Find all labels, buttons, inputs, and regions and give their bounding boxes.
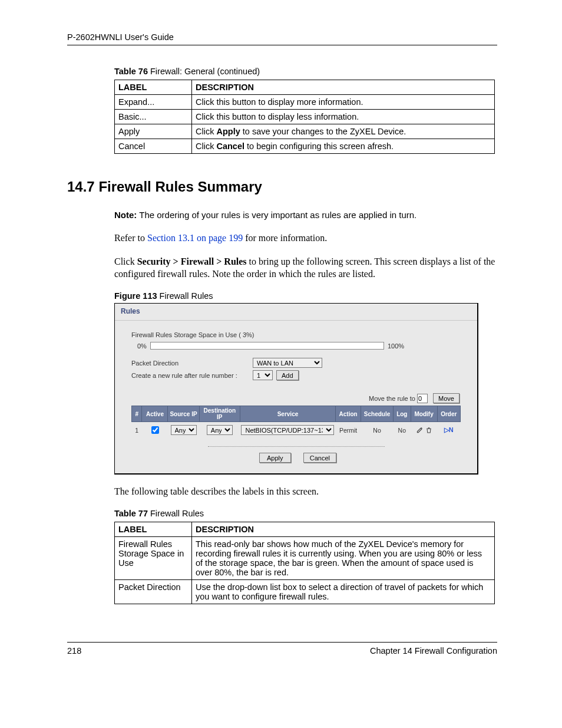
rules-panel-title: Rules: [115, 304, 477, 321]
row1-service-select[interactable]: NetBIOS(TCP/UDP:137~139,445): [241, 425, 334, 435]
page-number: 218: [67, 646, 81, 655]
row1-active-checkbox[interactable]: [151, 426, 159, 434]
figure113-caption-prefix: Figure 113: [114, 291, 157, 301]
row1-action: Permit: [335, 422, 361, 439]
packet-direction-label: Packet Direction: [131, 360, 253, 367]
packet-direction-select[interactable]: WAN to LAN: [253, 358, 322, 368]
row1-schedule: No: [361, 422, 394, 439]
col-log: Log: [393, 406, 411, 422]
table-row: Expand... Click this button to display m…: [115, 95, 495, 110]
table77-row0-desc: This read-only bar shows how much of the…: [192, 536, 495, 579]
table76-row2-label: Apply: [115, 124, 192, 139]
pct-100: 100%: [388, 342, 404, 350]
add-button[interactable]: Add: [276, 370, 299, 380]
move-rule-label: Move the rule to: [369, 395, 417, 402]
move-rule-input[interactable]: [417, 394, 428, 403]
table-row: Cancel Click Cancel to begin configuring…: [115, 139, 495, 154]
separator: [208, 446, 385, 447]
table76-row3-label: Cancel: [115, 139, 192, 154]
table76-caption-rest: Firewall: General (continued): [148, 67, 260, 76]
nav-paragraph: Click Security > Firewall > Rules to bri…: [114, 255, 497, 281]
table-row: Basic... Click this button to display le…: [115, 110, 495, 124]
trash-icon[interactable]: [425, 426, 432, 434]
storage-gauge: [150, 342, 384, 350]
refer-paragraph: Refer to Section 13.1 on page 199 for mo…: [114, 232, 497, 245]
header-guide-title: P-2602HWNLI User's Guide: [67, 32, 174, 42]
row1-log: No: [393, 422, 411, 439]
col-dst: Destination IP: [199, 406, 240, 422]
figure113-caption: Figure 113 Firewall Rules: [114, 291, 497, 301]
row1-src-select[interactable]: Any: [171, 425, 197, 435]
cancel-button[interactable]: Cancel: [303, 453, 336, 463]
col-modify: Modify: [411, 406, 437, 422]
figure113-caption-rest: Firewall Rules: [157, 291, 213, 301]
table77-row0-label: Firewall Rules Storage Space in Use: [115, 536, 192, 579]
col-src: Source IP: [168, 406, 199, 422]
table77-caption-rest: Firewall Rules: [148, 509, 204, 518]
note-label: Note:: [114, 210, 137, 220]
section-heading: 14.7 Firewall Rules Summary: [67, 179, 497, 195]
note-text: The ordering of your rules is very impor…: [137, 210, 416, 220]
page-footer: 218 Chapter 14 Firewall Configuration: [67, 642, 497, 655]
row1-dst-select[interactable]: Any: [207, 425, 233, 435]
table76-caption: Table 76 Firewall: General (continued): [114, 67, 497, 76]
create-rule-label: Create a new rule after rule number :: [131, 372, 253, 379]
apply-button[interactable]: Apply: [259, 453, 291, 463]
row1-num: 1: [132, 422, 142, 439]
col-schedule: Schedule: [361, 406, 394, 422]
table76: LABEL DESCRIPTION Expand... Click this b…: [114, 80, 495, 154]
table76-row0-label: Expand...: [115, 95, 192, 110]
table77-caption: Table 77 Firewall Rules: [114, 509, 497, 518]
table76-header-label: LABEL: [115, 80, 192, 95]
table77: LABEL DESCRIPTION Firewall Rules Storage…: [114, 522, 495, 604]
move-button[interactable]: Move: [433, 393, 459, 403]
col-service: Service: [240, 406, 335, 422]
table77-header-description: DESCRIPTION: [192, 522, 495, 536]
post-figure-para: The following table describes the labels…: [114, 485, 497, 498]
table76-row2-desc: Click Apply to save your changes to the …: [192, 124, 495, 139]
edit-icon[interactable]: [416, 426, 424, 434]
table76-row1-desc: Click this button to display less inform…: [192, 110, 495, 124]
table-row: Apply Click Apply to save your changes t…: [115, 124, 495, 139]
footer-chapter: Chapter 14 Firewall Configuration: [370, 646, 497, 655]
table77-header-label: LABEL: [115, 522, 192, 536]
pct-0: 0%: [137, 342, 147, 350]
col-order: Order: [437, 406, 460, 422]
table76-header-description: DESCRIPTION: [192, 80, 495, 95]
refer-link[interactable]: Section 13.1 on page 199: [147, 233, 243, 243]
order-icon[interactable]: ▷N: [444, 426, 454, 434]
table76-row1-label: Basic...: [115, 110, 192, 124]
table77-row1-desc: Use the drop-down list box to select a d…: [192, 579, 495, 604]
table76-row3-desc: Click Cancel to begin configuring this s…: [192, 139, 495, 154]
table76-caption-prefix: Table 76: [114, 67, 148, 76]
table76-row0-desc: Click this button to display more inform…: [192, 95, 495, 110]
table-row: Packet Direction Use the drop-down list …: [115, 579, 495, 604]
storage-label: Firewall Rules Storage Space in Use ( 3%…: [131, 331, 461, 338]
create-rule-number-select[interactable]: 1: [253, 370, 273, 380]
table-row: Firewall Rules Storage Space in Use This…: [115, 536, 495, 579]
rules-table-row: 1 Any Any NetBIOS(TCP/UDP:137~139,445) P…: [132, 422, 461, 439]
col-active: Active: [142, 406, 168, 422]
table77-row1-label: Packet Direction: [115, 579, 192, 604]
note-paragraph: Note: The ordering of your rules is very…: [114, 209, 497, 221]
rules-table: # Active Source IP Destination IP Servic…: [131, 406, 461, 438]
figure113-screenshot: Rules Firewall Rules Storage Space in Us…: [114, 303, 478, 475]
col-action: Action: [335, 406, 361, 422]
col-num: #: [132, 406, 142, 422]
table77-caption-prefix: Table 77: [114, 509, 148, 518]
